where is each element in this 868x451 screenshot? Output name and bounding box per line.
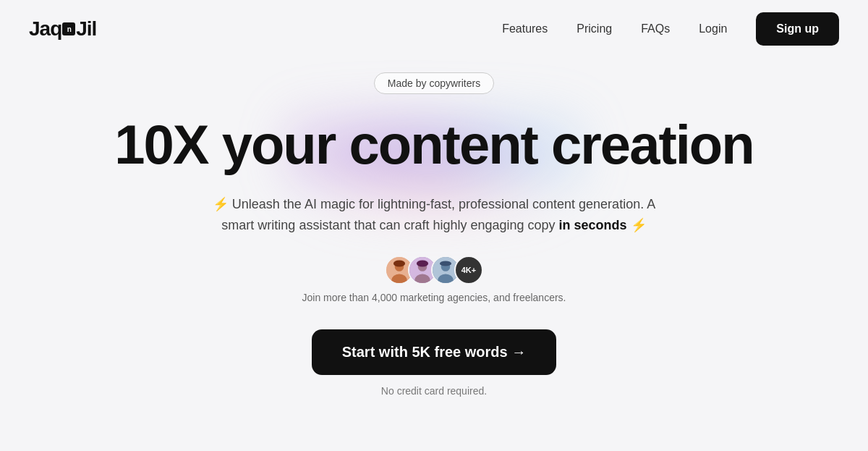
social-proof-text: Join more than 4,000 marketing agencies,… [302,292,566,303]
logo-text-left: Jaq [29,17,61,41]
logo-text-right: Jil [76,17,96,41]
nav-link-features[interactable]: Features [502,22,548,35]
nav-link-faqs[interactable]: FAQs [641,22,670,35]
no-credit-card-text: No credit card required. [381,385,487,397]
logo: JaqnJil [29,17,96,41]
subtitle-icon-right: ⚡ [631,218,647,232]
svg-point-7 [417,261,428,267]
nav-link-pricing[interactable]: Pricing [576,22,612,35]
avatar-count: 4K+ [454,256,483,284]
nav-item-login[interactable]: Login [699,22,727,35]
hero-section: Made by copywriters 10X your content cre… [0,58,868,426]
hero-badge: Made by copywriters [374,72,494,94]
nav-links: Features Pricing FAQs Login [502,22,727,35]
cta-button[interactable]: Start with 5K free words → [312,329,557,375]
signup-button[interactable]: Sign up [756,12,839,46]
svg-point-3 [393,261,405,267]
nav-item-faqs[interactable]: FAQs [641,22,670,35]
nav-item-features[interactable]: Features [502,22,548,35]
nav-item-pricing[interactable]: Pricing [576,22,612,35]
nav-link-login[interactable]: Login [699,22,727,35]
subtitle-icon-left: ⚡ [213,197,229,211]
hero-title: 10X your content creation [114,116,753,174]
hero-subtitle: ⚡ Unleash the AI magic for lightning-fas… [210,194,658,236]
navigation: JaqnJil Features Pricing FAQs Login Sign… [0,0,868,58]
logo-bracket: n [62,22,75,35]
subtitle-bold: in seconds [559,218,627,232]
avatars-row: 4K+ [385,256,483,284]
svg-point-11 [440,261,451,266]
